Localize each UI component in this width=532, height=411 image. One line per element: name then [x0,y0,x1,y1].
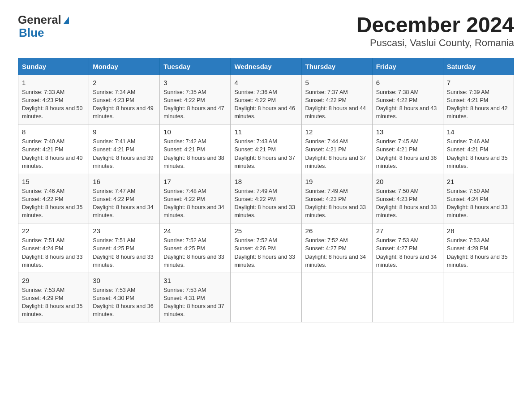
calendar-cell: 16 Sunrise: 7:47 AMSunset: 4:22 PMDaylig… [89,174,160,223]
day-number: 7 [447,79,510,86]
calendar-cell: 25 Sunrise: 7:52 AMSunset: 4:26 PMDaylig… [231,223,301,273]
calendar-cell: 22 Sunrise: 7:51 AMSunset: 4:24 PMDaylig… [18,223,89,273]
calendar-header: SundayMondayTuesdayWednesdayThursdayFrid… [18,58,514,75]
day-info: Sunrise: 7:33 AMSunset: 4:23 PMDaylight:… [22,88,85,121]
day-info: Sunrise: 7:47 AMSunset: 4:22 PMDaylight:… [93,187,156,220]
calendar-cell: 20 Sunrise: 7:50 AMSunset: 4:23 PMDaylig… [372,174,443,223]
calendar-cell: 11 Sunrise: 7:43 AMSunset: 4:21 PMDaylig… [231,124,301,174]
day-info: Sunrise: 7:52 AMSunset: 4:26 PMDaylight:… [234,236,297,269]
calendar-cell: 14 Sunrise: 7:46 AMSunset: 4:21 PMDaylig… [443,124,514,174]
day-number: 26 [305,227,369,235]
day-number: 28 [447,227,510,235]
column-header-thursday: Thursday [301,58,372,75]
day-number: 6 [376,79,439,86]
calendar-cell: 7 Sunrise: 7:39 AMSunset: 4:21 PMDayligh… [443,75,514,124]
day-info: Sunrise: 7:40 AMSunset: 4:21 PMDaylight:… [22,137,85,170]
page-title: December 2024 [356,13,514,37]
calendar-cell [231,273,301,322]
day-number: 8 [22,128,85,136]
day-number: 15 [22,178,85,185]
day-number: 22 [22,227,85,235]
title-block: December 2024 Puscasi, Vaslui County, Ro… [356,13,514,49]
day-number: 9 [93,128,156,136]
day-info: Sunrise: 7:39 AMSunset: 4:21 PMDaylight:… [447,88,510,121]
calendar-cell: 31 Sunrise: 7:53 AMSunset: 4:31 PMDaylig… [160,273,231,322]
logo-general-text: General [18,13,61,26]
day-info: Sunrise: 7:53 AMSunset: 4:27 PMDaylight:… [376,236,439,269]
day-info: Sunrise: 7:53 AMSunset: 4:31 PMDaylight:… [163,286,227,319]
calendar-cell: 17 Sunrise: 7:48 AMSunset: 4:22 PMDaylig… [160,174,231,223]
day-number: 30 [93,277,156,284]
day-info: Sunrise: 7:53 AMSunset: 4:30 PMDaylight:… [93,286,156,319]
calendar-cell: 19 Sunrise: 7:49 AMSunset: 4:23 PMDaylig… [301,174,372,223]
day-info: Sunrise: 7:49 AMSunset: 4:23 PMDaylight:… [305,187,369,220]
day-number: 29 [22,277,85,284]
calendar-table: SundayMondayTuesdayWednesdayThursdayFrid… [18,58,514,323]
logo: General Blue [18,13,69,39]
page-header: General Blue December 2024 Puscasi, Vasl… [18,13,514,49]
column-header-sunday: Sunday [18,58,89,75]
day-number: 2 [93,79,156,86]
calendar-cell: 27 Sunrise: 7:53 AMSunset: 4:27 PMDaylig… [372,223,443,273]
day-info: Sunrise: 7:37 AMSunset: 4:22 PMDaylight:… [305,88,369,121]
logo-triangle-icon [64,17,69,24]
day-number: 11 [234,128,297,136]
calendar-cell [372,273,443,322]
day-number: 27 [376,227,439,235]
calendar-cell: 5 Sunrise: 7:37 AMSunset: 4:22 PMDayligh… [301,75,372,124]
calendar-cell [301,273,372,322]
day-info: Sunrise: 7:38 AMSunset: 4:22 PMDaylight:… [376,88,439,121]
calendar-cell: 10 Sunrise: 7:42 AMSunset: 4:21 PMDaylig… [160,124,231,174]
week-row-3: 15 Sunrise: 7:46 AMSunset: 4:22 PMDaylig… [18,174,514,223]
calendar-cell: 9 Sunrise: 7:41 AMSunset: 4:21 PMDayligh… [89,124,160,174]
day-number: 3 [163,79,227,86]
day-number: 16 [93,178,156,185]
calendar-body: 1 Sunrise: 7:33 AMSunset: 4:23 PMDayligh… [18,75,514,322]
day-number: 18 [234,178,297,185]
column-header-tuesday: Tuesday [160,58,231,75]
calendar-cell: 8 Sunrise: 7:40 AMSunset: 4:21 PMDayligh… [18,124,89,174]
day-number: 14 [447,128,510,136]
day-number: 19 [305,178,369,185]
day-number: 10 [163,128,227,136]
week-row-1: 1 Sunrise: 7:33 AMSunset: 4:23 PMDayligh… [18,75,514,124]
calendar-cell: 30 Sunrise: 7:53 AMSunset: 4:30 PMDaylig… [89,273,160,322]
calendar-cell: 6 Sunrise: 7:38 AMSunset: 4:22 PMDayligh… [372,75,443,124]
calendar-cell: 23 Sunrise: 7:51 AMSunset: 4:25 PMDaylig… [89,223,160,273]
day-number: 24 [163,227,227,235]
column-header-saturday: Saturday [443,58,514,75]
day-info: Sunrise: 7:44 AMSunset: 4:21 PMDaylight:… [305,137,369,170]
week-row-5: 29 Sunrise: 7:53 AMSunset: 4:29 PMDaylig… [18,273,514,322]
day-info: Sunrise: 7:51 AMSunset: 4:25 PMDaylight:… [93,236,156,269]
day-number: 4 [234,79,297,86]
day-info: Sunrise: 7:51 AMSunset: 4:24 PMDaylight:… [22,236,85,269]
calendar-cell: 12 Sunrise: 7:44 AMSunset: 4:21 PMDaylig… [301,124,372,174]
day-info: Sunrise: 7:50 AMSunset: 4:23 PMDaylight:… [376,187,439,220]
calendar-cell: 29 Sunrise: 7:53 AMSunset: 4:29 PMDaylig… [18,273,89,322]
day-number: 23 [93,227,156,235]
calendar-cell: 3 Sunrise: 7:35 AMSunset: 4:22 PMDayligh… [160,75,231,124]
day-number: 25 [234,227,297,235]
day-info: Sunrise: 7:41 AMSunset: 4:21 PMDaylight:… [93,137,156,170]
calendar-cell: 15 Sunrise: 7:46 AMSunset: 4:22 PMDaylig… [18,174,89,223]
calendar-cell: 13 Sunrise: 7:45 AMSunset: 4:21 PMDaylig… [372,124,443,174]
day-info: Sunrise: 7:49 AMSunset: 4:22 PMDaylight:… [234,187,297,220]
day-info: Sunrise: 7:36 AMSunset: 4:22 PMDaylight:… [234,88,297,121]
week-row-2: 8 Sunrise: 7:40 AMSunset: 4:21 PMDayligh… [18,124,514,174]
calendar-cell: 26 Sunrise: 7:52 AMSunset: 4:27 PMDaylig… [301,223,372,273]
day-info: Sunrise: 7:46 AMSunset: 4:21 PMDaylight:… [447,137,510,170]
day-info: Sunrise: 7:42 AMSunset: 4:21 PMDaylight:… [163,137,227,170]
day-info: Sunrise: 7:34 AMSunset: 4:23 PMDaylight:… [93,88,156,121]
day-number: 31 [163,277,227,284]
page-subtitle: Puscasi, Vaslui County, Romania [356,37,514,49]
day-number: 21 [447,178,510,185]
day-number: 17 [163,178,227,185]
calendar-cell: 24 Sunrise: 7:52 AMSunset: 4:25 PMDaylig… [160,223,231,273]
day-info: Sunrise: 7:53 AMSunset: 4:28 PMDaylight:… [447,236,510,269]
day-info: Sunrise: 7:50 AMSunset: 4:24 PMDaylight:… [447,187,510,220]
calendar-cell: 18 Sunrise: 7:49 AMSunset: 4:22 PMDaylig… [231,174,301,223]
day-info: Sunrise: 7:52 AMSunset: 4:27 PMDaylight:… [305,236,369,269]
calendar-cell [443,273,514,322]
column-header-friday: Friday [372,58,443,75]
day-number: 5 [305,79,369,86]
